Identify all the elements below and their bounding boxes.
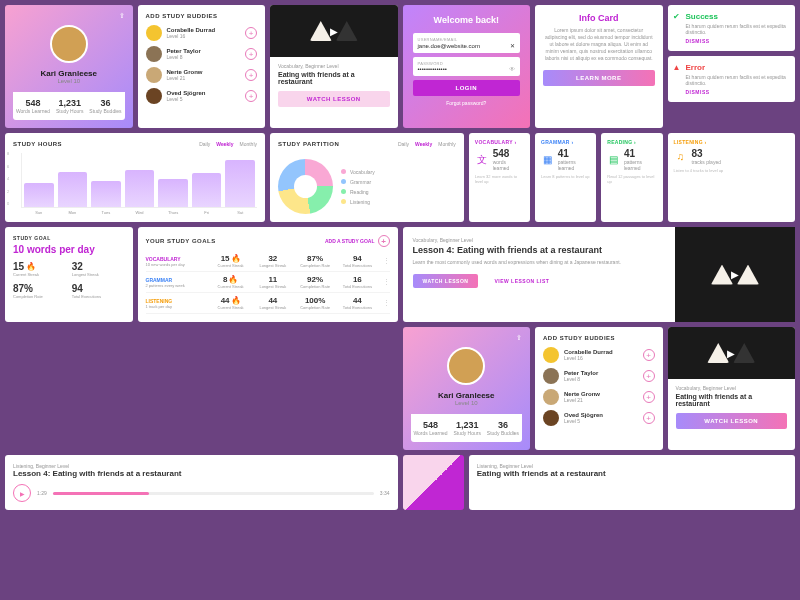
- bar-Sat[interactable]: Sat: [225, 160, 255, 207]
- welcome-card: Welcome back! USERNAME/EMAIL jane.doe@we…: [403, 5, 531, 128]
- profile-card: ⇪ Kari Granleese Level 10 548Words Learn…: [5, 5, 133, 128]
- add-buddy-button[interactable]: +: [245, 48, 257, 60]
- corner-accent: [403, 455, 464, 510]
- lesson-thumbnail[interactable]: ▶: [668, 327, 796, 379]
- profile-stat: 1,231Study Hours: [453, 420, 481, 436]
- lesson-thumbnail[interactable]: ▶: [675, 227, 795, 322]
- goal-stat: 15🔥Current Streak: [13, 261, 66, 277]
- goal-row: VOCABULARY10 new words per day15🔥Current…: [146, 251, 390, 272]
- listening-lesson-bar[interactable]: Listening, Beginner Level Eating with fr…: [469, 455, 795, 510]
- lesson-title: Eating with friends at a restaurant: [278, 71, 390, 85]
- profile-stat: 1,231Study Hours: [56, 98, 84, 114]
- buddy-row[interactable]: Peter TaylorLevel 8+: [543, 368, 655, 384]
- tab-weekly[interactable]: Weekly: [216, 141, 233, 147]
- buddy-row[interactable]: Oved SjögrenLevel 5+: [146, 88, 258, 104]
- buddy-row[interactable]: Corabelle DurradLevel 16+: [543, 347, 655, 363]
- add-buddy-button[interactable]: +: [245, 27, 257, 39]
- progress-bar[interactable]: [53, 492, 374, 495]
- dismiss-button[interactable]: DISMISS: [686, 89, 789, 95]
- listening-stat-card[interactable]: LISTENING ›♫83tracks playedListen to 4 t…: [668, 133, 796, 222]
- bar-Mon[interactable]: Mon: [58, 172, 88, 207]
- play-icon[interactable]: ▶: [727, 348, 735, 359]
- wide-lesson-card: Vocabulary, Beginner Level Lesson 4: Eat…: [403, 227, 796, 322]
- play-button[interactable]: ▶: [13, 484, 31, 502]
- share-icon[interactable]: ⇪: [514, 333, 524, 343]
- dismiss-button[interactable]: DISMISS: [686, 38, 789, 44]
- goal-stat: 87%Completion Rate: [13, 283, 66, 299]
- vocab-stat-card[interactable]: VOCABULARY ›文548words learnedLearn 32 mo…: [469, 133, 530, 222]
- profile-stat: 548Words Learned: [16, 98, 50, 114]
- info-title: Info Card: [543, 13, 655, 23]
- username-field[interactable]: USERNAME/EMAIL jane.doe@website.com✕: [413, 33, 521, 53]
- your-study-goals: YOUR STUDY GOALS ADD A STUDY GOAL+ VOCAB…: [138, 227, 398, 322]
- watch-lesson-button[interactable]: WATCH LESSON: [413, 274, 479, 288]
- legend-item: Vocabulary: [341, 169, 375, 175]
- avatar[interactable]: [50, 25, 88, 63]
- add-buddy-button[interactable]: +: [643, 391, 655, 403]
- add-goal-button[interactable]: ADD A STUDY GOAL+: [325, 235, 390, 247]
- bar-Sun[interactable]: Sun: [24, 183, 54, 207]
- legend-item: Listening: [341, 199, 375, 205]
- profile-stat: 36Study Buddies: [89, 98, 121, 114]
- add-buddy-button[interactable]: +: [245, 90, 257, 102]
- more-icon[interactable]: ⋮: [383, 278, 390, 286]
- buddy-row[interactable]: Corabelle DurradLevel 16+: [146, 25, 258, 41]
- add-buddy-button[interactable]: +: [643, 412, 655, 424]
- login-button[interactable]: LOGIN: [413, 80, 521, 96]
- bar-Wed[interactable]: Wed: [125, 170, 155, 207]
- error-alert: ▲ Error Et harum quidem rerum facilis es…: [668, 56, 796, 102]
- goal-stat: 94Total Executions: [72, 283, 125, 299]
- reading-stat-card[interactable]: READING ›▤41patterns learnedRead 12 pass…: [601, 133, 662, 222]
- lesson-thumbnail[interactable]: ▶: [270, 5, 398, 57]
- buddies-card: ADD STUDY BUDDIES Corabelle DurradLevel …: [535, 327, 663, 450]
- buddies-card: ADD STUDY BUDDIES Corabelle DurradLevel …: [138, 5, 266, 128]
- goal-row: LISTENING1 track per day44🔥Current Strea…: [146, 293, 390, 314]
- more-icon[interactable]: ⋮: [383, 257, 390, 265]
- more-icon[interactable]: ⋮: [383, 299, 390, 307]
- play-icon[interactable]: ▶: [731, 269, 739, 280]
- legend-item: Reading: [341, 189, 375, 195]
- buddy-row[interactable]: Oved SjögrenLevel 5+: [543, 410, 655, 426]
- profile-level: Level 10: [57, 78, 80, 84]
- learn-more-button[interactable]: LEARN MORE: [543, 70, 655, 86]
- info-card: Info Card Lorem ipsum dolor sit amet, co…: [535, 5, 663, 128]
- profile-stat: 36Study Buddies: [487, 420, 519, 436]
- avatar[interactable]: [447, 347, 485, 385]
- goal-row: GRAMMAR2 patterns every week8🔥Current St…: [146, 272, 390, 293]
- check-icon: ✔: [673, 12, 680, 21]
- add-buddy-button[interactable]: +: [643, 349, 655, 361]
- legend-item: Grammar: [341, 179, 375, 185]
- bar-Fri[interactable]: Fri: [192, 173, 222, 207]
- buddy-row[interactable]: Nerte GronwLevel 21+: [543, 389, 655, 405]
- buddy-row[interactable]: Nerte GronwLevel 21+: [146, 67, 258, 83]
- watch-lesson-button[interactable]: WATCH LESSON: [278, 91, 390, 107]
- donut-chart: [278, 159, 333, 214]
- add-buddy-button[interactable]: +: [643, 370, 655, 382]
- share-icon[interactable]: ⇪: [117, 11, 127, 21]
- profile-card: ⇪ Kari Granleese Level 10 548Words Learn…: [403, 327, 531, 450]
- buddy-row[interactable]: Peter TaylorLevel 8+: [146, 46, 258, 62]
- play-icon[interactable]: ▶: [330, 26, 338, 37]
- tab-monthly[interactable]: Monthly: [239, 141, 257, 147]
- watch-lesson-button[interactable]: WATCH LESSON: [676, 413, 788, 429]
- add-buddy-button[interactable]: +: [245, 69, 257, 81]
- bar-Thurs[interactable]: Thurs: [158, 179, 188, 207]
- forgot-link[interactable]: Forgot password?: [413, 100, 521, 106]
- buddies-heading: ADD STUDY BUDDIES: [146, 13, 258, 19]
- tab-daily[interactable]: Daily: [199, 141, 210, 147]
- tab-daily[interactable]: Daily: [398, 141, 409, 147]
- lesson-category: Vocabulary, Beginner Level: [278, 63, 390, 69]
- lesson-card: ▶ Vocabulary, Beginner Level Eating with…: [668, 327, 796, 450]
- welcome-title: Welcome back!: [413, 15, 521, 25]
- profile-stat: 548Words Learned: [413, 420, 447, 436]
- tab-weekly[interactable]: Weekly: [415, 141, 432, 147]
- view-list-link[interactable]: VIEW LESSON LIST: [484, 274, 559, 288]
- lesson-card: ▶ Vocabulary, Beginner Level Eating with…: [270, 5, 398, 128]
- tab-monthly[interactable]: Monthly: [438, 141, 456, 147]
- study-goal-card: STUDY GOAL 10 words per day 15🔥Current S…: [5, 227, 133, 322]
- audio-lesson: Listening, Beginner Level Lesson 4: Eati…: [5, 455, 398, 510]
- goal-stat: 32Longest Streak: [72, 261, 125, 277]
- bar-Tues[interactable]: Tues: [91, 181, 121, 207]
- password-field[interactable]: PASSWORD ••••••••••••••👁: [413, 57, 521, 76]
- grammar-stat-card[interactable]: GRAMMAR ›▦41patterns learnedLearn 8 patt…: [535, 133, 596, 222]
